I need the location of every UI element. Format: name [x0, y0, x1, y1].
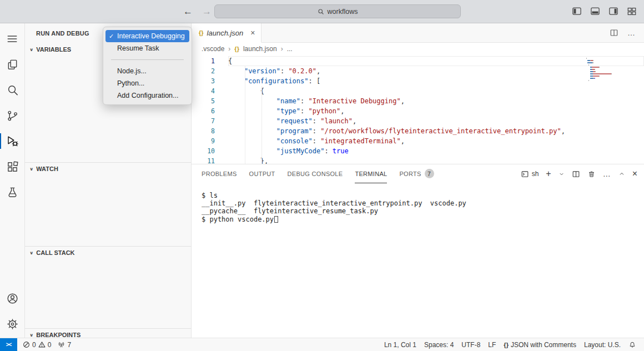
- split-editor-icon[interactable]: [610, 28, 618, 37]
- code-line[interactable]: 1{: [192, 56, 644, 66]
- new-terminal-icon[interactable]: +: [546, 169, 551, 178]
- menu-item-label: Resume Task: [117, 44, 159, 52]
- line-number: 11: [192, 156, 215, 164]
- maximize-panel-icon[interactable]: [618, 171, 625, 177]
- encoding-status[interactable]: UTF-8: [458, 338, 484, 351]
- extensions-icon[interactable]: [0, 154, 24, 179]
- code-line[interactable]: 2 "version": "0.2.0",: [192, 66, 644, 76]
- close-tab-icon[interactable]: ×: [250, 29, 255, 37]
- toggle-sidebar-icon[interactable]: [571, 6, 582, 17]
- panel-actions: sh + … ×: [521, 169, 637, 178]
- search-view-icon[interactable]: [0, 77, 24, 103]
- menu-item-label: Python...: [117, 79, 144, 87]
- run-and-debug-icon[interactable]: [0, 128, 24, 154]
- encoding-label: UTF-8: [461, 341, 480, 349]
- cursor-position-label: Ln 1, Col 1: [384, 341, 416, 349]
- indentation-label: Spaces: 4: [424, 341, 454, 349]
- line-number: 2: [192, 66, 215, 76]
- braces-icon: {}: [504, 342, 509, 348]
- breadcrumb: .vscode › {} launch.json › ...: [192, 43, 644, 55]
- code-text: "justMyCode": true: [228, 146, 644, 156]
- source-control-icon[interactable]: [0, 103, 24, 128]
- menu-icon[interactable]: [0, 26, 24, 52]
- section-label: VARIABLES: [36, 46, 71, 53]
- code-line[interactable]: 9 "console": "integratedTerminal",: [192, 136, 644, 146]
- tab-ports[interactable]: PORTS 7: [399, 164, 434, 183]
- activity-bar: [0, 23, 25, 338]
- chevron-down-icon: ∨: [29, 333, 33, 338]
- menu-item[interactable]: ✓Interactive Debugging: [105, 30, 189, 42]
- indentation-status[interactable]: Spaces: 4: [421, 338, 457, 351]
- keyboard-layout-status[interactable]: Layout: U.S.: [581, 338, 624, 351]
- more-actions-icon[interactable]: …: [627, 28, 636, 37]
- json-file-icon: {}: [234, 46, 239, 52]
- tab-output[interactable]: OUTPUT: [249, 164, 275, 183]
- panel-tab-label: OUTPUT: [249, 171, 275, 177]
- code-text: "configurations": [: [228, 76, 644, 86]
- remote-indicator[interactable]: ><: [0, 338, 17, 351]
- launch-shell-button[interactable]: sh: [521, 170, 539, 178]
- code-line[interactable]: 6 "type": "python",: [192, 106, 644, 116]
- terminal-content[interactable]: $ ls__init__.py flyteinteractive_interac…: [192, 183, 644, 338]
- address-bar[interactable]: workflows: [214, 4, 461, 18]
- tab-problems[interactable]: PROBLEMS: [202, 164, 237, 183]
- screen: ← → workflows: [0, 0, 644, 351]
- close-panel-icon[interactable]: ×: [632, 169, 637, 178]
- terminal-dropdown-icon[interactable]: [559, 171, 565, 177]
- tab-terminal[interactable]: TERMINAL: [355, 164, 387, 183]
- code-line[interactable]: 3 "configurations": [: [192, 76, 644, 86]
- menu-item[interactable]: Resume Task: [105, 42, 189, 54]
- explorer-icon[interactable]: [0, 52, 24, 77]
- minimap[interactable]: [586, 58, 636, 82]
- code-line[interactable]: 10 "justMyCode": true: [192, 146, 644, 156]
- section-header-watch[interactable]: ∨ WATCH: [25, 163, 191, 175]
- menu-item[interactable]: Node.js...: [105, 65, 189, 77]
- account-icon[interactable]: [0, 285, 24, 311]
- code-line[interactable]: 7 "request": "launch",: [192, 116, 644, 126]
- panel-more-actions-icon[interactable]: …: [603, 169, 611, 178]
- line-number: 10: [192, 146, 215, 156]
- settings-gear-icon[interactable]: [0, 311, 24, 337]
- code-text: "name": "Interactive Debugging",: [228, 96, 644, 106]
- breadcrumb-file[interactable]: launch.json: [243, 45, 277, 53]
- code-line[interactable]: 5 "name": "Interactive Debugging",: [192, 96, 644, 106]
- tab-label: launch.json: [207, 29, 244, 37]
- menu-item[interactable]: Add Configuration...: [105, 89, 189, 102]
- code-editor[interactable]: 1{2 "version": "0.2.0",3 "configurations…: [192, 55, 644, 164]
- breadcrumb-vscode[interactable]: .vscode: [202, 45, 224, 53]
- toggle-secondary-sidebar-icon[interactable]: [608, 6, 619, 17]
- menu-item[interactable]: Python...: [105, 77, 189, 89]
- split-terminal-icon[interactable]: [572, 170, 580, 178]
- code-text: },: [228, 156, 644, 164]
- editor-area: {} launch.json × … .vscode › {} launch.j…: [192, 23, 644, 338]
- section-header-breakpoints[interactable]: ∨ BREAKPOINTS: [25, 329, 191, 341]
- line-number: 8: [192, 126, 215, 136]
- code-text: {: [228, 56, 644, 66]
- kill-terminal-icon[interactable]: [587, 170, 596, 178]
- code-line[interactable]: 8 "program": "/root/workflows/flyteinter…: [192, 126, 644, 136]
- toggle-panel-icon[interactable]: [590, 6, 601, 17]
- terminal-line: $ ls: [202, 192, 644, 199]
- language-mode-status[interactable]: {} JSON with Comments: [500, 338, 580, 351]
- check-icon: ✓: [109, 33, 117, 40]
- ports-count: 7: [67, 341, 71, 349]
- eol-status[interactable]: LF: [485, 338, 499, 351]
- cursor-position[interactable]: Ln 1, Col 1: [381, 338, 420, 351]
- notifications-bell[interactable]: [625, 338, 640, 351]
- chevron-down-icon: ∨: [29, 47, 33, 52]
- code-text: "version": "0.2.0",: [228, 66, 644, 76]
- terminal-line: __init__.py flyteinteractive_interactive…: [202, 199, 644, 207]
- section-header-call-stack[interactable]: ∨ CALL STACK: [25, 247, 191, 259]
- customize-layout-icon[interactable]: [626, 6, 637, 17]
- bottom-panel: PROBLEMS OUTPUT DEBUG CONSOLE TERMINAL P…: [192, 164, 644, 338]
- browser-nav: ← →: [183, 7, 212, 16]
- tab-debug-console[interactable]: DEBUG CONSOLE: [288, 164, 343, 183]
- back-icon[interactable]: ←: [183, 7, 193, 16]
- testing-icon[interactable]: [0, 179, 24, 205]
- tab-launch-json[interactable]: {} launch.json ×: [192, 23, 261, 43]
- forward-icon[interactable]: →: [202, 7, 212, 16]
- code-line[interactable]: 4 {: [192, 86, 644, 96]
- breadcrumb-symbol[interactable]: ...: [287, 45, 293, 53]
- code-line[interactable]: 11 },: [192, 156, 644, 164]
- code-text: "type": "python",: [228, 106, 644, 116]
